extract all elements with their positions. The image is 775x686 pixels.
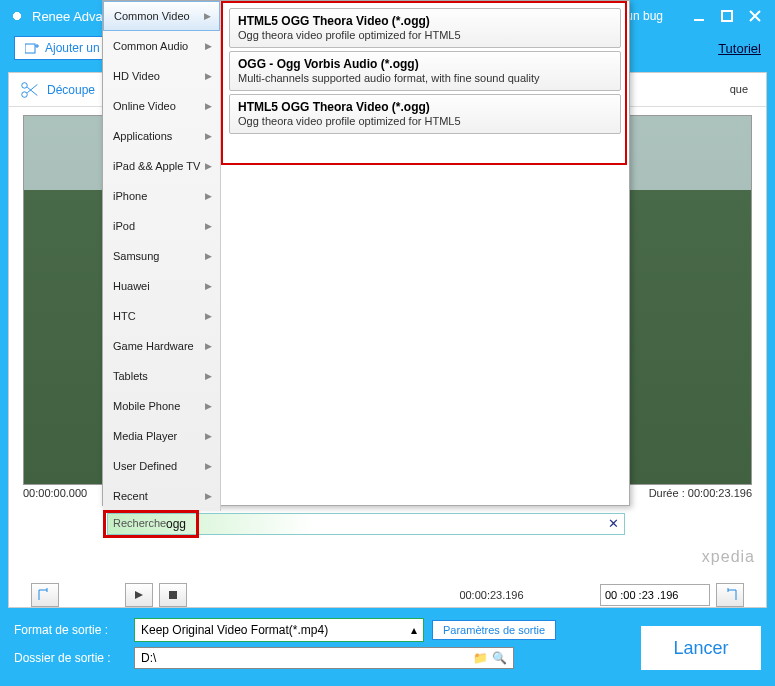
tab-cut-label: Découpe <box>47 83 95 97</box>
play-button[interactable] <box>125 583 153 607</box>
category-item[interactable]: Applications▶ <box>103 121 220 151</box>
mark-out-button[interactable] <box>716 583 744 607</box>
chevron-right-icon: ▶ <box>205 491 212 501</box>
category-label: iPhone <box>113 190 147 202</box>
chevron-right-icon: ▶ <box>205 221 212 231</box>
dir-value: D:\ <box>141 651 156 665</box>
output-params-button[interactable]: Paramètres de sortie <box>432 620 556 640</box>
chevron-right-icon: ▶ <box>205 281 212 291</box>
close-button[interactable] <box>743 4 767 28</box>
bottom-panel: Format de sortie : Keep Original Video F… <box>0 608 775 686</box>
chevron-right-icon: ▶ <box>205 341 212 351</box>
category-item[interactable]: Samsung▶ <box>103 241 220 271</box>
category-item[interactable]: iPad && Apple TV▶ <box>103 151 220 181</box>
category-item[interactable]: Common Audio▶ <box>103 31 220 61</box>
format-value: Keep Original Video Format(*.mp4) <box>141 623 328 637</box>
category-item[interactable]: User Defined▶ <box>103 451 220 481</box>
chevron-right-icon: ▶ <box>204 11 211 21</box>
category-label: iPod <box>113 220 135 232</box>
transport-controls: 00:00:23.196 <box>31 583 744 607</box>
tab-cut[interactable]: Découpe <box>19 79 95 101</box>
category-item[interactable]: Game Hardware▶ <box>103 331 220 361</box>
svg-rect-4 <box>25 44 35 53</box>
category-item[interactable]: iPhone▶ <box>103 181 220 211</box>
search-label: Recherche <box>113 517 166 529</box>
chevron-right-icon: ▶ <box>205 371 212 381</box>
category-label: Huawei <box>113 280 150 292</box>
launch-button[interactable]: Lancer <box>641 626 761 670</box>
svg-point-8 <box>22 91 28 97</box>
category-label: iPad && Apple TV <box>113 160 200 172</box>
clear-search-button[interactable]: ✕ <box>605 516 621 532</box>
svg-rect-13 <box>169 591 177 599</box>
category-item[interactable]: Huawei▶ <box>103 271 220 301</box>
folder-icon[interactable]: 📁 <box>473 651 488 665</box>
category-label: Recent <box>113 490 148 502</box>
search-bar: Recherche ✕ <box>107 513 625 535</box>
file-plus-icon <box>25 42 39 54</box>
category-label: Common Video <box>114 10 190 22</box>
category-label: Game Hardware <box>113 340 194 352</box>
chevron-right-icon: ▶ <box>205 191 212 201</box>
app-window: ✦ Renee Advanced Video Cutter 1.0.0 Rapp… <box>0 0 775 686</box>
chevron-right-icon: ▶ <box>205 71 212 81</box>
result-desc: Multi-channels supported audio format, w… <box>238 72 539 84</box>
mark-in-button[interactable] <box>31 583 59 607</box>
scissors-icon <box>19 79 41 101</box>
category-label: Mobile Phone <box>113 400 180 412</box>
category-label: Samsung <box>113 250 159 262</box>
category-item[interactable]: Tablets▶ <box>103 361 220 391</box>
category-item[interactable]: Mobile Phone▶ <box>103 391 220 421</box>
category-item[interactable]: Common Video▶ <box>103 1 220 31</box>
category-item[interactable]: Online Video▶ <box>103 91 220 121</box>
result-title: HTML5 OGG Theora Video (*.ogg) <box>238 14 612 28</box>
svg-marker-12 <box>135 591 143 599</box>
category-label: Online Video <box>113 100 176 112</box>
chevron-right-icon: ▶ <box>205 131 212 141</box>
result-desc: Ogg theora video profile optimized for H… <box>238 115 461 127</box>
category-label: Media Player <box>113 430 177 442</box>
search-dir-icon[interactable]: 🔍 <box>492 651 507 665</box>
category-label: User Defined <box>113 460 177 472</box>
format-result-item[interactable]: OGG - Ogg Vorbis Audio (*.ogg)Multi-chan… <box>229 51 621 91</box>
category-label: Applications <box>113 130 172 142</box>
chevron-right-icon: ▶ <box>205 431 212 441</box>
chevron-right-icon: ▶ <box>205 101 212 111</box>
time-end-input[interactable] <box>600 584 710 606</box>
tab-right-text: que <box>730 83 748 95</box>
watermark-text: xpedia <box>702 548 755 566</box>
dir-label: Dossier de sortie : <box>14 651 126 665</box>
category-item[interactable]: HD Video▶ <box>103 61 220 91</box>
format-results: HTML5 OGG Theora Video (*.ogg)Ogg theora… <box>221 1 629 511</box>
category-item[interactable]: Media Player▶ <box>103 421 220 451</box>
tutorial-link[interactable]: Tutoriel <box>718 41 761 56</box>
chevron-right-icon: ▶ <box>205 401 212 411</box>
output-dir-field[interactable]: D:\ 📁 🔍 <box>134 647 514 669</box>
category-label: HTC <box>113 310 136 322</box>
result-desc: Ogg theora video profile optimized for H… <box>238 29 461 41</box>
chevron-right-icon: ▶ <box>205 461 212 471</box>
category-label: HD Video <box>113 70 160 82</box>
search-input[interactable] <box>107 513 625 535</box>
chevron-right-icon: ▶ <box>205 161 212 171</box>
category-label: Common Audio <box>113 40 188 52</box>
format-dropdown: Common Video▶Common Audio▶HD Video▶Onlin… <box>102 0 630 506</box>
result-title: OGG - Ogg Vorbis Audio (*.ogg) <box>238 57 612 71</box>
category-label: Tablets <box>113 370 148 382</box>
category-item[interactable]: HTC▶ <box>103 301 220 331</box>
format-result-item[interactable]: HTML5 OGG Theora Video (*.ogg)Ogg theora… <box>229 8 621 48</box>
result-title: HTML5 OGG Theora Video (*.ogg) <box>238 100 612 114</box>
chevron-up-icon: ▴ <box>411 623 417 637</box>
maximize-button[interactable] <box>715 4 739 28</box>
minimize-button[interactable] <box>687 4 711 28</box>
svg-point-7 <box>22 82 28 88</box>
mid-time: 00:00:23.196 <box>459 589 523 601</box>
category-item[interactable]: iPod▶ <box>103 211 220 241</box>
chevron-right-icon: ▶ <box>205 251 212 261</box>
stop-button[interactable] <box>159 583 187 607</box>
app-logo-icon: ✦ <box>8 7 26 25</box>
chevron-right-icon: ▶ <box>205 41 212 51</box>
category-item[interactable]: Recent▶ <box>103 481 220 511</box>
output-format-select[interactable]: Keep Original Video Format(*.mp4) ▴ <box>134 618 424 642</box>
format-result-item[interactable]: HTML5 OGG Theora Video (*.ogg)Ogg theora… <box>229 94 621 134</box>
